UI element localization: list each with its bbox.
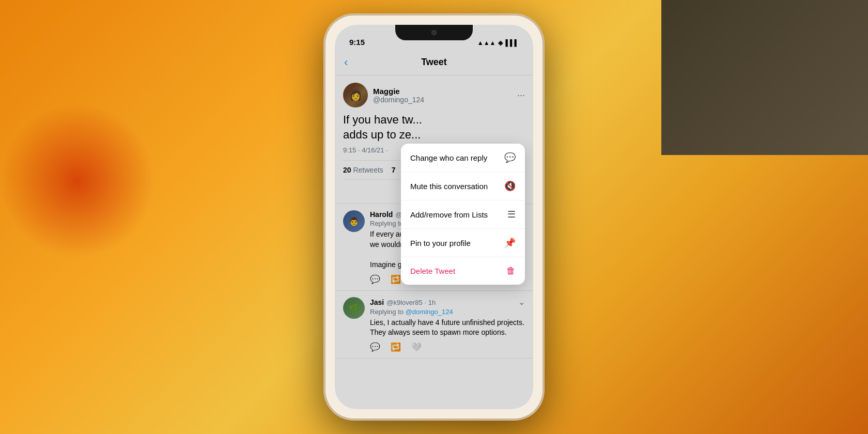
phone-body: 9:15 ▲▲▲ ◈ ▌▌▌ ‹ Tweet 👩 bbox=[326, 16, 542, 419]
pin-icon: 📌 bbox=[504, 237, 516, 249]
menu-item-pin[interactable]: Pin to your profile 📌 bbox=[401, 229, 525, 257]
menu-label-mute: Mute this conversation bbox=[410, 182, 488, 191]
menu-label-lists: Add/remove from Lists bbox=[410, 210, 488, 219]
change-reply-icon: 💬 bbox=[504, 152, 516, 163]
bg-dark-overlay bbox=[661, 0, 868, 155]
menu-item-delete[interactable]: Delete Tweet 🗑 bbox=[401, 257, 525, 285]
menu-item-mute[interactable]: Mute this conversation 🔇 bbox=[401, 172, 525, 200]
menu-label-delete: Delete Tweet bbox=[410, 267, 455, 275]
mute-icon: 🔇 bbox=[504, 180, 516, 192]
context-menu: Change who can reply 💬 Mute this convers… bbox=[401, 144, 525, 285]
lists-icon: ☰ bbox=[507, 209, 516, 220]
menu-item-change-reply[interactable]: Change who can reply 💬 bbox=[401, 144, 525, 172]
menu-item-lists[interactable]: Add/remove from Lists ☰ bbox=[401, 200, 525, 229]
phone-screen: 9:15 ▲▲▲ ◈ ▌▌▌ ‹ Tweet 👩 bbox=[335, 25, 533, 409]
menu-label-change-reply: Change who can reply bbox=[410, 153, 487, 162]
delete-icon: 🗑 bbox=[506, 266, 516, 276]
bg-red-accent bbox=[0, 103, 155, 258]
phone-device: 9:15 ▲▲▲ ◈ ▌▌▌ ‹ Tweet 👩 bbox=[326, 16, 542, 419]
menu-label-pin: Pin to your profile bbox=[410, 239, 471, 247]
